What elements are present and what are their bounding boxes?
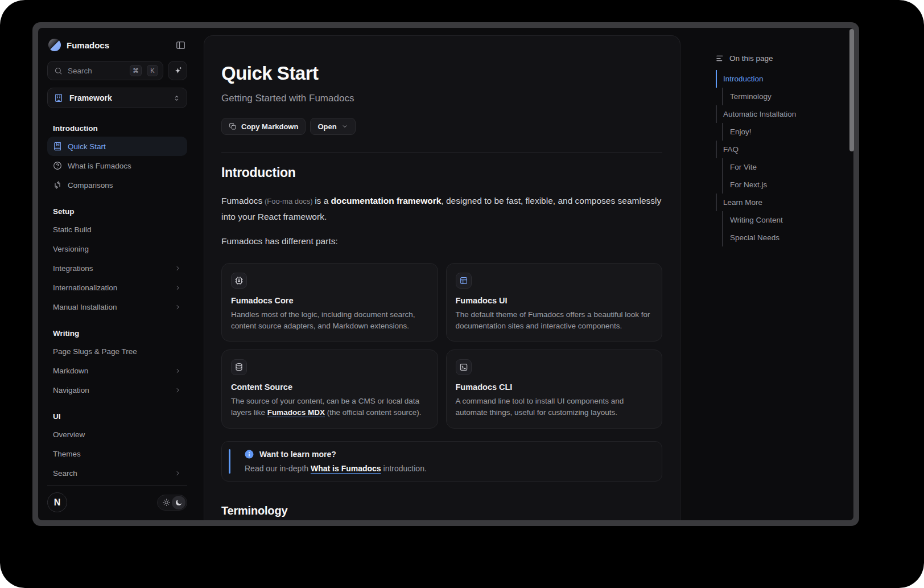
toc-item-learn-more[interactable]: Learn More xyxy=(716,194,842,211)
text-documentation-framework: documentation framework xyxy=(331,196,442,205)
open-label: Open xyxy=(317,122,336,131)
sidebar-collapse-button[interactable] xyxy=(175,40,186,51)
callout-title-row: Want to learn more? xyxy=(245,450,653,459)
sidebar-item-label: Page Slugs & Page Tree xyxy=(53,347,182,356)
main-column: Quick Start Getting Started with Fumadoc… xyxy=(204,28,680,520)
sidebar-item-comparisons[interactable]: Comparisons xyxy=(47,175,187,195)
chevron-right-icon xyxy=(174,470,182,477)
card-description: The source of your content, can be a CMS… xyxy=(231,396,428,419)
card-description: A command line tool to install UI compon… xyxy=(456,396,653,419)
sidebar-item-overview[interactable]: Overview xyxy=(47,425,187,444)
scrollbar[interactable] xyxy=(849,29,854,151)
fumadocs-mdx-link[interactable]: Fumadocs MDX xyxy=(267,408,325,417)
sidebar-item-label: Static Build xyxy=(53,225,182,234)
brand[interactable]: Fumadocs xyxy=(48,39,109,51)
table-of-contents: On this page Introduction Terminology Au… xyxy=(680,28,853,520)
sidebar-item-navigation[interactable]: Navigation xyxy=(47,380,187,400)
sparkles-icon xyxy=(173,66,183,76)
circle-question-icon xyxy=(53,161,62,170)
sidebar-item-label: Manual Installation xyxy=(53,303,168,311)
sidebar-item-themes[interactable]: Themes xyxy=(47,444,187,463)
sidebar-heading-ui: UI xyxy=(47,412,187,421)
toc-item-for-vite[interactable]: For Vite xyxy=(716,158,842,176)
theme-toggle[interactable] xyxy=(157,495,187,511)
card-fumadocs-ui[interactable]: Fumadocs UI The default theme of Fumadoc… xyxy=(446,263,663,342)
compare-arrows-icon xyxy=(53,180,62,190)
toc-item-writing-content[interactable]: Writing Content xyxy=(716,211,842,229)
sidebar-item-label: Navigation xyxy=(53,386,168,394)
search-placeholder: Search xyxy=(68,67,125,75)
info-icon xyxy=(245,450,254,459)
toc-item-enjoy[interactable]: Enjoy! xyxy=(716,123,842,141)
card-fumadocs-cli[interactable]: Fumadocs CLI A command line tool to inst… xyxy=(446,349,663,429)
copy-icon xyxy=(229,122,237,130)
sidebar-item-label: Internationalization xyxy=(53,283,168,292)
toc-item-faq[interactable]: FAQ xyxy=(716,141,842,158)
card-fumadocs-core[interactable]: Fumadocs Core Handles most of the logic,… xyxy=(221,263,438,342)
feature-cards: Fumadocs Core Handles most of the logic,… xyxy=(221,263,662,429)
introduction-paragraph: Fumadocs (Foo-ma docs) is a documentatio… xyxy=(221,193,662,224)
copy-markdown-button[interactable]: Copy Markdown xyxy=(221,118,306,135)
toc-item-special-needs[interactable]: Special Needs xyxy=(716,229,842,246)
sidebar-item-markdown[interactable]: Markdown xyxy=(47,361,187,380)
toc-item-for-nextjs[interactable]: For Next.js xyxy=(716,176,842,194)
sidebar-item-internationalization[interactable]: Internationalization xyxy=(47,278,187,297)
sidebar-item-label: Integrations xyxy=(53,264,168,273)
toc-title-row: On this page xyxy=(716,54,842,63)
toc-item-introduction[interactable]: Introduction xyxy=(716,70,842,88)
cpu-icon xyxy=(231,273,247,289)
ai-search-button[interactable] xyxy=(168,61,187,80)
card-title: Content Source xyxy=(231,383,428,392)
card-content-source[interactable]: Content Source The source of your conten… xyxy=(221,349,438,429)
sidebar: Fumadocs Search ⌘ K xyxy=(38,28,204,520)
sidebar-item-static-build[interactable]: Static Build xyxy=(47,220,187,239)
book-marked-icon xyxy=(53,142,62,151)
what-is-fumadocs-link[interactable]: What is Fumadocs xyxy=(311,464,381,473)
toc-item-automatic-installation[interactable]: Automatic Installation xyxy=(716,105,842,123)
open-dropdown-button[interactable]: Open xyxy=(310,118,355,135)
sidebar-item-what-is-fumadocs[interactable]: What is Fumadocs xyxy=(47,156,187,175)
card-title: Fumadocs Core xyxy=(231,296,428,305)
search-input[interactable]: Search ⌘ K xyxy=(47,61,163,80)
sidebar-item-page-slugs[interactable]: Page Slugs & Page Tree xyxy=(47,342,187,361)
panel-left-icon xyxy=(175,40,186,51)
sidebar-item-label: Overview xyxy=(53,430,182,439)
chevron-right-icon xyxy=(174,386,182,394)
desktop-backdrop: Fumadocs Search ⌘ K xyxy=(0,0,924,588)
framework-selector-label: Framework xyxy=(69,93,167,102)
main-panel: Quick Start Getting Started with Fumadoc… xyxy=(204,35,680,520)
sidebar-item-versioning[interactable]: Versioning xyxy=(47,239,187,258)
layout-panel-icon xyxy=(456,273,472,289)
terminal-icon xyxy=(456,359,472,375)
moon-icon[interactable] xyxy=(172,496,185,509)
app-window: Fumadocs Search ⌘ K xyxy=(32,22,859,526)
sidebar-item-label: Quick Start xyxy=(68,142,182,151)
card-desc-post: (the official content source). xyxy=(325,408,421,417)
chevron-down-icon xyxy=(341,123,348,130)
text-pronunciation: (Foo-ma docs) xyxy=(262,197,315,205)
toc-list: Introduction Terminology Automatic Insta… xyxy=(716,70,842,246)
callout-body-post: introduction. xyxy=(381,464,427,473)
sidebar-item-integrations[interactable]: Integrations xyxy=(47,258,187,278)
sidebar-item-search[interactable]: Search xyxy=(47,463,187,483)
card-description: Handles most of the logic, including doc… xyxy=(231,309,428,332)
app-window-content: Fumadocs Search ⌘ K xyxy=(38,28,853,520)
toolbar: Copy Markdown Open xyxy=(221,118,662,135)
fumadocs-logo-icon xyxy=(48,39,61,51)
sidebar-item-label: Themes xyxy=(53,450,182,458)
sidebar-item-quick-start[interactable]: Quick Start xyxy=(47,137,187,156)
sidebar-item-label: What is Fumadocs xyxy=(68,162,182,170)
sidebar-item-manual-installation[interactable]: Manual Installation xyxy=(47,297,187,316)
nextjs-logo-button[interactable]: N xyxy=(47,492,67,512)
toc-item-terminology[interactable]: Terminology xyxy=(716,88,842,105)
chevron-right-icon xyxy=(174,284,182,291)
sun-icon[interactable] xyxy=(162,498,171,507)
card-title: Fumadocs UI xyxy=(456,296,653,305)
parts-paragraph: Fumadocs has different parts: xyxy=(221,233,662,249)
sidebar-footer: N xyxy=(47,485,187,515)
framework-selector[interactable]: Framework xyxy=(47,88,187,108)
terminology-heading: Terminology xyxy=(221,504,662,517)
building-icon xyxy=(53,93,64,103)
header-divider xyxy=(221,152,662,153)
kbd-command: ⌘ xyxy=(130,65,142,76)
